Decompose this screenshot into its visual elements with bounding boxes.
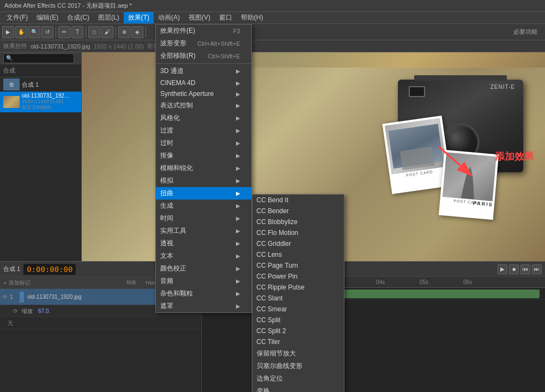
rotate-tool[interactable]: ↺ — [41, 26, 53, 38]
distort-bezier-warp[interactable]: 贝塞尔曲线变形 — [252, 360, 344, 372]
menu-expression[interactable]: 表达式控制 ▶ — [156, 99, 251, 112]
layer-info: old-1130731_1920.jpg 1920 x 1440 (1.00) … — [22, 93, 71, 111]
layer-thumb — [3, 96, 20, 108]
layer-visibility-icon[interactable]: 👁 — [2, 294, 8, 300]
distort-cc-page-turn[interactable]: CC Page Turn — [252, 260, 344, 271]
menu-help[interactable]: 帮助(H) — [237, 12, 268, 23]
hand-tool[interactable]: ✋ — [15, 26, 27, 38]
menu-window[interactable]: 窗口 — [215, 12, 237, 23]
menu-simulate[interactable]: 模拟 ▶ — [156, 174, 251, 187]
distort-cc-bend-it[interactable]: CC Bend It — [252, 195, 344, 206]
menu-color-correction[interactable]: 颜色校正 ▶ — [156, 262, 251, 275]
menu-text[interactable]: 文本 ▶ — [156, 250, 251, 262]
distort-cc-split-2[interactable]: CC Split 2 — [252, 325, 344, 336]
menu-audio[interactable]: 音频 ▶ — [156, 275, 251, 287]
menu-sep-1 — [156, 63, 251, 64]
menu-generate[interactable]: 生成 ▶ — [156, 200, 251, 212]
svg-line-1 — [439, 147, 461, 166]
menu-effects[interactable]: 效果(T) — [124, 12, 154, 23]
red-arrow — [431, 136, 474, 179]
effectbar: 效果控件 old-1130731_1920.jpg 1920 x 1440 (1… — [0, 40, 545, 52]
add-layer-btn[interactable]: + — [3, 280, 7, 286]
left-panel: 🔍 合成 合 合成 1 old-1130731_1920.jpg 1920 x … — [0, 52, 82, 261]
sep2 — [86, 27, 86, 38]
stop-btn[interactable]: ■ — [509, 264, 519, 274]
menu-stylize[interactable]: 风格化 ▶ — [156, 112, 251, 124]
play-btn[interactable]: ▶ — [498, 264, 507, 274]
composition-thumb: 合 — [3, 79, 20, 91]
solo-header: 独奏 — [126, 279, 136, 286]
project-search[interactable]: 🔍 — [3, 53, 74, 63]
menu-blur-sharpen[interactable]: 模糊和锐化 ▶ — [156, 162, 251, 174]
project-panel: 🔍 合成 合 合成 1 old-1130731_1920.jpg 1920 x … — [0, 52, 81, 261]
menu-wave-warp[interactable]: 波形变形 Ctrl+Alt+Shift+E — [156, 37, 251, 50]
pen-tool[interactable]: ✏ — [58, 26, 70, 38]
menu-time[interactable]: 时间 ▶ — [156, 212, 251, 225]
menu-matte[interactable]: 遮罩 ▶ — [156, 300, 251, 312]
distort-cc-smear[interactable]: CC Smear — [252, 304, 344, 315]
effect-bar-path: 效果控件 — [3, 42, 27, 50]
layer-item[interactable]: old-1130731_1920.jpg 1920 x 1440 (1.00) … — [0, 92, 81, 112]
distort-preserve-details[interactable]: 保留细节放大 — [252, 347, 344, 360]
camera-top-controls — [414, 75, 507, 81]
distort-transform[interactable]: 变换 — [252, 385, 344, 392]
scale-value[interactable]: 67.0. — [38, 308, 50, 314]
menu-transition[interactable]: 过渡 ▶ — [156, 124, 251, 137]
menu-noise-grain[interactable]: 杂色和颗粒 ▶ — [156, 287, 251, 300]
camera-viewfinder — [409, 86, 425, 97]
effects-menu: 效果控件(E) F3 波形变形 Ctrl+Alt+Shift+E 全部移除(R)… — [155, 24, 252, 313]
clone-tool[interactable]: ⊕ — [118, 26, 130, 38]
menu-distort[interactable]: 扭曲 ▶ — [156, 187, 251, 200]
layer-name[interactable]: old-1130731_1920.jpg — [27, 294, 93, 300]
distort-cc-flo-motion[interactable]: CC Flo Motion — [252, 227, 344, 238]
shape-tool[interactable]: □ — [88, 26, 100, 38]
distort-cc-griddler[interactable]: CC Griddler — [252, 238, 344, 249]
brush-tool[interactable]: 🖌 — [101, 26, 113, 38]
menu-composition[interactable]: 合成(C) — [63, 12, 94, 23]
menu-view[interactable]: 视图(V) — [184, 12, 215, 23]
prev-frame-btn[interactable]: ⏮ — [520, 264, 530, 274]
distort-cc-slant[interactable]: CC Slant — [252, 293, 344, 304]
layer-color-swatch — [20, 292, 24, 303]
menu-animation[interactable]: 动画(A) — [154, 12, 184, 23]
distort-submenu: CC Bend It CC Bender CC Blobbylize CC Fl… — [252, 194, 344, 392]
titlebar: Adobe After Effects CC 2017 - 无标题项目.aep … — [0, 0, 545, 12]
next-frame-btn[interactable]: ⏭ — [532, 264, 542, 274]
time-display[interactable]: 0:00:00:00 — [23, 264, 76, 275]
text-tool[interactable]: T — [71, 26, 83, 38]
distort-cc-ripple-pulse[interactable]: CC Ripple Pulse — [252, 282, 344, 293]
select-tool[interactable]: ▶ — [2, 26, 14, 38]
title-text: Adobe After Effects CC 2017 - 无标题项目.aep … — [4, 2, 132, 10]
menu-keying[interactable]: 抠像 ▶ — [156, 149, 251, 162]
menu-perspective[interactable]: 透视 ▶ — [156, 237, 251, 250]
trkmat-row: 无 — [0, 317, 201, 329]
distort-cc-power-pin[interactable]: CC Power Pin — [252, 271, 344, 282]
distort-cc-bender[interactable]: CC Bender — [252, 206, 344, 216]
layer-header-label: 添加标记 — [9, 279, 31, 287]
distort-cc-lens[interactable]: CC Lens — [252, 249, 344, 260]
menu-effect-controls[interactable]: 效果控件(E) F3 — [156, 25, 251, 37]
puppet-tool[interactable]: ◈ — [131, 26, 143, 38]
composition-label: 合成 1 — [3, 265, 20, 273]
distort-cc-blobbylize[interactable]: CC Blobbylize — [252, 216, 344, 227]
zoom-tool[interactable]: 🔍 — [28, 26, 40, 38]
distort-corner-pin[interactable]: 边角定位 — [252, 372, 344, 385]
menu-utility[interactable]: 实用工具 ▶ — [156, 225, 251, 237]
menu-edit[interactable]: 编辑(E) — [32, 12, 63, 23]
trkmat-label: 无 — [8, 319, 13, 327]
distort-cc-tiler[interactable]: CC Tiler — [252, 336, 344, 347]
menu-synthetic[interactable]: Synthetic Aperture ▶ — [156, 88, 251, 99]
menu-layer[interactable]: 图层(L) — [94, 12, 124, 23]
menu-file[interactable]: 文件(F) — [2, 12, 32, 23]
sep3 — [116, 27, 116, 38]
camera-brand: ZENIT-E — [491, 84, 515, 90]
ruler-5s: 05s — [420, 279, 428, 285]
menu-obsolete[interactable]: 过时 ▶ — [156, 137, 251, 149]
menu-remove-all[interactable]: 全部移除(R) Ctrl+Shift+E — [156, 50, 251, 62]
project-header: 🔍 — [0, 52, 81, 64]
composition-item[interactable]: 合 合成 1 — [0, 77, 81, 92]
timeline-controls: ▶ ■ ⏮ ⏭ — [498, 264, 542, 274]
menu-3d-channel[interactable]: 3D 通道 ▶ — [156, 65, 251, 77]
distort-cc-split[interactable]: CC Split — [252, 315, 344, 325]
menu-cinema4d[interactable]: CINEMA 4D ▶ — [156, 77, 251, 88]
